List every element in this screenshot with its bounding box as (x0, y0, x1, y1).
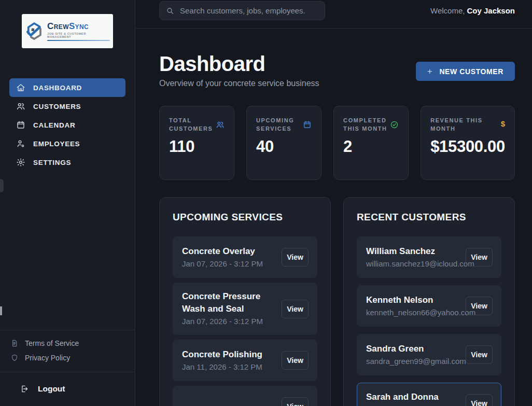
recent-customers-panel: RECENT CUSTOMERS William Sanchez william… (343, 197, 515, 406)
crewsync-logo-icon (25, 22, 44, 40)
page-subtitle: Overview of your concrete service busine… (159, 79, 319, 88)
page-header: Dashboard Overview of your concrete serv… (159, 53, 515, 88)
search-input[interactable] (180, 6, 318, 15)
shield-icon (10, 354, 19, 362)
service-name: Concrete Polishing (182, 348, 262, 361)
view-service-button[interactable]: View (282, 351, 309, 370)
crewsync-logo-name: CrewSync (47, 22, 110, 31)
service-datetime: Jan 07, 2026 - 3:12 PM (182, 315, 277, 327)
stats-row: TOTAL CUSTOMERS 110 UPCOMING SERVICES (159, 106, 515, 180)
view-customer-button[interactable]: View (466, 394, 493, 406)
stat-card-revenue-this-month: REVENUE THIS MONTH $ $15300.00 (421, 106, 515, 180)
crewsync-logo-tagline: JOB SITE & CUSTOMER MANAGEMENT (47, 32, 110, 38)
panel-title: UPCOMING SERVICES (173, 212, 317, 223)
logout-label: Logout (38, 384, 65, 394)
user-name: Coy Jackson (467, 6, 515, 15)
customer-name: Sarah and Donna White (366, 391, 461, 406)
sidebar-item-label: SETTINGS (33, 159, 71, 166)
topbar: Welcome,Coy Jackson (135, 0, 532, 29)
terms-of-service-link[interactable]: Terms of Service (0, 336, 135, 351)
customer-email: william.sanchez19@icloud.com (366, 258, 461, 270)
sidebar-item-label: CUSTOMERS (33, 103, 81, 110)
crewsync-logo-rule (47, 40, 110, 41)
stat-card-total-customers: TOTAL CUSTOMERS 110 (159, 106, 234, 180)
dollar-icon: $ (501, 119, 505, 128)
main-area: Welcome,Coy Jackson Dashboard Overview o… (135, 0, 532, 406)
privacy-policy-link[interactable]: Privacy Policy (0, 351, 135, 365)
services-list: Concrete Overlay Jan 07, 2026 - 3:12 PM … (173, 236, 317, 406)
sidebar: CrewSync JOB SITE & CUSTOMER MANAGEMENT … (0, 0, 135, 406)
stat-value: 110 (169, 137, 225, 156)
panel-title: RECENT CUSTOMERS (357, 212, 501, 223)
stat-label: REVENUE THIS MONTH (430, 116, 485, 133)
stat-card-completed-this-month: COMPLETED THIS MONTH 2 (333, 106, 409, 180)
search-box[interactable] (159, 1, 325, 20)
search-icon (166, 7, 174, 15)
view-customer-button[interactable]: View (466, 297, 493, 315)
customer-email: kenneth_nelson66@yahoo.com (366, 306, 461, 318)
logout-button[interactable]: Logout (0, 372, 135, 406)
stat-card-upcoming-services: UPCOMING SERVICES 40 (246, 106, 321, 180)
stat-label: UPCOMING SERVICES (256, 116, 303, 133)
customer-email: sandra_green99@gmail.com (366, 355, 461, 367)
service-item: Concrete Overlay Jan 07, 2026 - 3:12 PM … (173, 236, 317, 278)
sidebar-item-label: CALENDAR (33, 121, 75, 129)
stat-label: COMPLETED THIS MONTH (343, 116, 390, 133)
customer-item: Kenneth Nelson kenneth_nelson66@yahoo.co… (357, 285, 501, 327)
service-datetime: Jan 07, 2026 - 3:12 PM (182, 258, 263, 270)
footer-link-label: Terms of Service (25, 339, 79, 347)
view-service-button[interactable]: View (282, 397, 309, 406)
sidebar-item-calendar[interactable]: CALENDAR (9, 116, 125, 134)
footer-link-label: Privacy Policy (25, 354, 70, 362)
sidebar-nav: DASHBOARD CUSTOMERS CALENDAR (0, 78, 135, 172)
home-icon (16, 83, 25, 92)
service-item: View (173, 386, 317, 406)
employee-icon (16, 139, 25, 148)
sidebar-item-settings[interactable]: SETTINGS (9, 153, 125, 172)
panels-row: UPCOMING SERVICES Concrete Overlay Jan 0… (159, 197, 515, 406)
stat-value: 2 (343, 137, 399, 156)
customer-name: William Sanchez (366, 245, 461, 258)
new-customer-label: NEW CUSTOMER (439, 67, 503, 76)
gear-icon (16, 158, 25, 167)
users-icon (16, 102, 25, 111)
calendar-icon (16, 120, 25, 130)
new-customer-button[interactable]: + NEW CUSTOMER (416, 62, 515, 81)
calendar-icon (303, 116, 312, 129)
document-icon (10, 339, 19, 347)
sidebar-footer: Terms of Service Privacy Policy Logout (0, 330, 135, 406)
check-circle-icon (390, 116, 399, 129)
service-datetime: Jan 11, 2026 - 3:12 PM (182, 361, 262, 373)
crewsync-logo: CrewSync JOB SITE & CUSTOMER MANAGEMENT (22, 14, 113, 48)
customer-name: Kenneth Nelson (366, 294, 461, 306)
customers-list: William Sanchez william.sanchez19@icloud… (357, 236, 501, 406)
users-icon (216, 116, 225, 129)
customer-item: Sarah and Donna White View (357, 383, 501, 406)
page-title: Dashboard (159, 53, 319, 75)
sidebar-item-dashboard[interactable]: DASHBOARD (9, 78, 125, 97)
customer-item: Sandra Green sandra_green99@gmail.com Vi… (357, 334, 501, 375)
stat-value: 40 (256, 137, 312, 156)
service-name: Concrete Overlay (182, 245, 263, 258)
view-service-button[interactable]: View (282, 300, 309, 318)
edge-scrollbar-mark (0, 306, 2, 315)
view-customer-button[interactable]: View (466, 345, 493, 364)
edge-notch-dark (0, 179, 4, 192)
service-item: Concrete Polishing Jan 11, 2026 - 3:12 P… (173, 340, 317, 381)
sidebar-item-label: EMPLOYEES (33, 140, 80, 148)
plus-icon: + (427, 66, 433, 77)
sidebar-item-label: DASHBOARD (33, 84, 82, 92)
welcome-message: Welcome,Coy Jackson (430, 6, 515, 15)
view-customer-button[interactable]: View (466, 248, 493, 267)
customer-name: Sandra Green (366, 343, 461, 355)
service-item: Concrete Pressure Wash and Seal Jan 07, … (173, 283, 317, 335)
sidebar-item-employees[interactable]: EMPLOYEES (9, 134, 125, 153)
sidebar-item-customers[interactable]: CUSTOMERS (9, 97, 125, 116)
customer-item: William Sanchez william.sanchez19@icloud… (357, 236, 501, 278)
dashboard-content: Dashboard Overview of your concrete serv… (135, 29, 532, 406)
upcoming-services-panel: UPCOMING SERVICES Concrete Overlay Jan 0… (159, 197, 331, 406)
view-service-button[interactable]: View (282, 248, 309, 267)
sidebar-legal-links: Terms of Service Privacy Policy (0, 330, 135, 372)
stat-label: TOTAL CUSTOMERS (169, 116, 216, 133)
logout-icon (20, 384, 29, 394)
